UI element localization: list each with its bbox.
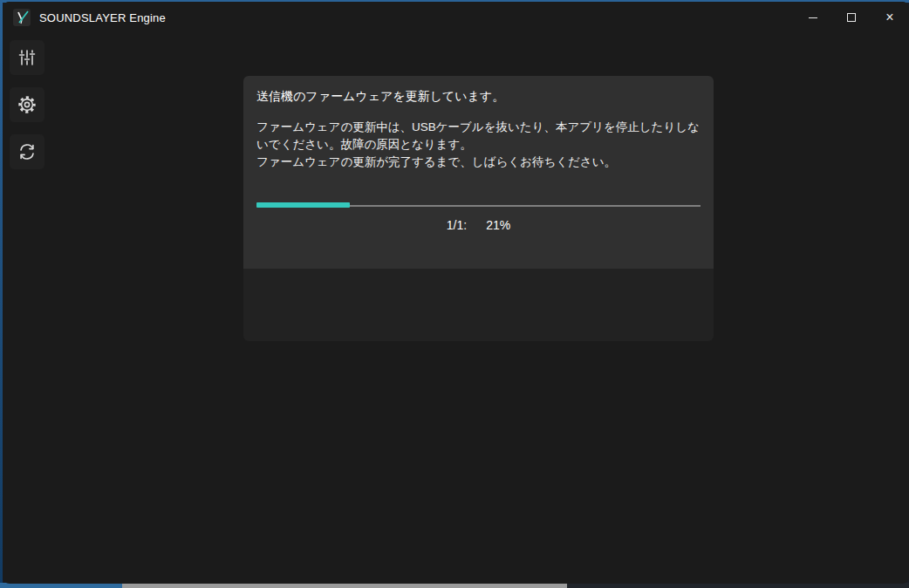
- progress-label: 1/1:21%: [256, 218, 701, 232]
- dialog-warning-text: ファームウェアの更新中は、USBケーブルを抜いたり、本アプリを停止したりしないで…: [256, 119, 701, 154]
- progress-percent: 21%: [486, 218, 510, 232]
- maximize-icon: [847, 13, 856, 22]
- refresh-icon: [17, 141, 38, 162]
- dialog-wait-text: ファームウェアの更新が完了するまで、しばらくお待ちください。: [256, 154, 701, 171]
- progress-bar: [256, 202, 701, 209]
- dialog-footer: [243, 269, 714, 341]
- firmware-update-dialog: 送信機のファームウェアを更新しています。 ファームウェアの更新中は、USBケーブ…: [243, 76, 714, 341]
- window-controls: ×: [794, 2, 909, 33]
- titlebar: SOUNDSLAYER Engine ×: [3, 2, 909, 33]
- sidebar: [3, 33, 51, 584]
- progress-step: 1/1:: [447, 218, 467, 232]
- minimize-button[interactable]: [794, 2, 832, 33]
- window-content: 送信機のファームウェアを更新しています。 ファームウェアの更新中は、USBケーブ…: [3, 33, 909, 584]
- titlebar-left: SOUNDSLAYER Engine: [3, 9, 166, 26]
- app-window: SOUNDSLAYER Engine ×: [3, 2, 909, 584]
- soundslayer-logo-icon: [13, 9, 31, 26]
- maximize-button[interactable]: [832, 2, 871, 33]
- sidebar-item-settings[interactable]: [10, 87, 44, 122]
- close-icon: ×: [885, 10, 893, 24]
- sidebar-item-equalizer[interactable]: [10, 40, 44, 75]
- window-title: SOUNDSLAYER Engine: [39, 11, 166, 24]
- gear-icon: [17, 94, 38, 115]
- main-area: 送信機のファームウェアを更新しています。 ファームウェアの更新中は、USBケーブ…: [51, 33, 909, 584]
- firmware-update-message-panel: 送信機のファームウェアを更新しています。 ファームウェアの更新中は、USBケーブ…: [243, 76, 714, 269]
- close-button[interactable]: ×: [871, 2, 909, 33]
- equalizer-sliders-icon: [17, 47, 38, 68]
- minimize-icon: [809, 17, 817, 18]
- sidebar-item-firmware-update[interactable]: [10, 134, 44, 169]
- progress-fill: [256, 202, 350, 208]
- dialog-title: 送信機のファームウェアを更新しています。: [256, 87, 701, 105]
